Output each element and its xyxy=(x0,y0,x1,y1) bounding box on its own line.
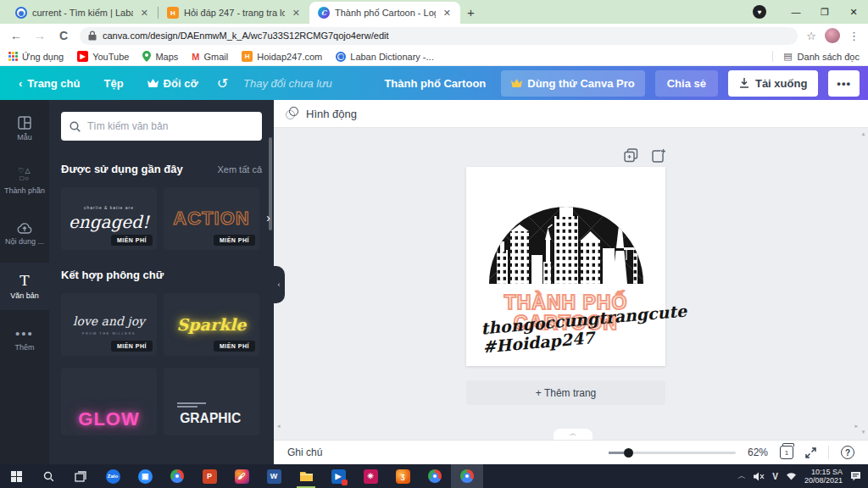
browser-tab-2[interactable]: H Hỏi đáp 247 - trang tra loi ✕ xyxy=(159,2,309,24)
undo-button[interactable]: ↺ xyxy=(212,70,233,97)
template-card-graphic[interactable]: GRAPHIC xyxy=(164,368,259,435)
taskbar-powerpoint[interactable]: P xyxy=(193,464,225,488)
unikey-icon[interactable]: V xyxy=(772,472,778,481)
panel-scrollbar[interactable] xyxy=(269,137,272,230)
vertical-scrollbar[interactable]: ▴▾ xyxy=(860,130,866,435)
zoom-slider[interactable] xyxy=(609,452,736,454)
zoom-slider-thumb[interactable] xyxy=(624,448,633,458)
taskbar-word[interactable]: W xyxy=(258,464,290,488)
share-button[interactable]: Chia sẻ xyxy=(655,70,718,97)
taskbar-pink-app[interactable]: ✳ xyxy=(354,464,387,488)
design-title[interactable]: Thành phố Cartoon xyxy=(384,77,486,90)
taskbar-search-button[interactable] xyxy=(32,464,64,488)
file-menu-button[interactable]: Tệp xyxy=(93,72,133,95)
sidebar-item-templates[interactable]: Mẫu xyxy=(0,105,49,152)
maps-pin-icon xyxy=(142,51,151,62)
wifi-icon[interactable] xyxy=(786,472,797,480)
reading-list-button[interactable]: ▤ Danh sách đọc xyxy=(772,51,860,62)
card-text: Sparkle xyxy=(177,315,247,334)
bookmark-label: Ứng dụng xyxy=(22,52,64,62)
animate-button[interactable]: Hình động xyxy=(306,108,357,120)
browser-menu-icon[interactable]: ⋮ xyxy=(849,30,860,42)
bookmark-youtube[interactable]: ▶ YouTube xyxy=(77,51,129,62)
minimize-button[interactable]: — xyxy=(782,0,810,24)
sidebar-item-text[interactable]: T Văn bản xyxy=(0,263,49,310)
close-button[interactable]: ✕ xyxy=(839,0,868,24)
design-page[interactable]: THÀNH PHỐ CARTOON thongoccungtrangcute #… xyxy=(466,167,665,366)
hoidap-icon: H xyxy=(242,51,253,62)
start-button[interactable] xyxy=(0,464,32,488)
download-button[interactable]: Tải xuống xyxy=(728,70,818,97)
see-all-link[interactable]: Xem tất cả xyxy=(217,164,262,175)
tab-close-icon[interactable]: ✕ xyxy=(138,7,151,19)
avatar[interactable] xyxy=(825,28,840,43)
notifications-icon[interactable] xyxy=(850,471,861,481)
bookmark-gmail[interactable]: M Gmail xyxy=(192,52,228,62)
scroll-right-arrow[interactable]: ▸ xyxy=(854,423,858,430)
taskbar-zoom[interactable]: ▣ xyxy=(129,464,161,488)
bookmark-apps[interactable]: Ứng dụng xyxy=(8,52,64,62)
template-card-action[interactable]: ACTION MIỄN PHÍ xyxy=(164,187,259,250)
taskbar-video-converter[interactable]: ▶ xyxy=(322,464,354,488)
free-badge: MIỄN PHÍ xyxy=(111,235,153,246)
duplicate-page-icon[interactable] xyxy=(624,148,638,163)
search-box[interactable] xyxy=(61,112,262,141)
url-box[interactable]: canva.com/design/DAEnmwM_k_A/wc7u33S12RC… xyxy=(80,27,798,45)
sidebar-item-uploads[interactable]: Nội dung ... xyxy=(0,210,49,258)
sidebar-item-more[interactable]: ••• Thêm xyxy=(0,315,49,363)
taskbar-browser[interactable] xyxy=(161,464,193,488)
taskbar-paint3d[interactable]: 🖌 xyxy=(225,464,258,488)
new-tab-button[interactable]: + xyxy=(467,5,475,19)
hidden-icons-chevron[interactable]: ︿ xyxy=(737,470,746,482)
browser-tab-3-active[interactable]: C Thành phố Cartoon - Logo ✕ xyxy=(309,2,460,24)
header-more-button[interactable]: ••• xyxy=(828,70,860,97)
tab-close-icon[interactable]: ✕ xyxy=(290,7,303,19)
forward-icon[interactable]: → xyxy=(32,29,47,42)
timeline-collapse-button[interactable]: ︿ xyxy=(554,429,593,440)
back-icon[interactable]: ← xyxy=(8,29,24,42)
volume-muted-icon[interactable] xyxy=(754,472,765,481)
scroll-down-arrow[interactable]: ▾ xyxy=(862,429,865,435)
horizontal-scrollbar[interactable]: ◂▸ xyxy=(277,423,858,429)
home-button[interactable]: ‹ Trang chủ xyxy=(8,72,90,95)
sidebar-item-elements[interactable]: ♡△□○ Thành phần xyxy=(0,158,49,205)
fullscreen-icon[interactable] xyxy=(805,447,816,458)
clock[interactable]: 10:15 SA 20/08/2021 xyxy=(804,468,843,485)
apps-grid-icon xyxy=(8,52,18,61)
help-button[interactable]: ? xyxy=(841,446,854,459)
taskbar-chrome-2[interactable] xyxy=(419,464,451,488)
template-card-sparkle[interactable]: Sparkle MIỄN PHÍ xyxy=(164,293,259,356)
taskbar-firefox[interactable]: ʒ xyxy=(387,464,419,488)
scroll-left-arrow[interactable]: ◂ xyxy=(277,423,281,430)
add-page-icon[interactable] xyxy=(652,148,666,163)
download-icon xyxy=(739,78,749,89)
windows-logo-icon xyxy=(11,471,22,482)
bookmark-maps[interactable]: Maps xyxy=(142,51,178,62)
crown-icon xyxy=(511,79,522,87)
template-card-love-and-joy[interactable]: love and joy FROM THE MILLERS MIỄN PHÍ xyxy=(61,293,157,356)
reload-icon[interactable]: C xyxy=(56,29,71,42)
profile-icon[interactable]: ♥ xyxy=(753,5,766,19)
bookmark-laban[interactable]: ◉ Laban Dictionary -... xyxy=(336,52,433,62)
try-canva-pro-button[interactable]: Dùng thử Canva Pro xyxy=(501,70,644,97)
resize-button[interactable]: Đổi cỡ xyxy=(137,72,209,95)
template-card-glow[interactable]: GLOW xyxy=(61,368,157,435)
scroll-up-arrow[interactable]: ▴ xyxy=(862,130,865,137)
crown-icon xyxy=(147,79,159,87)
add-page-button[interactable]: + Thêm trang xyxy=(466,380,665,405)
tab-close-icon[interactable]: ✕ xyxy=(441,7,453,19)
taskbar-file-explorer[interactable] xyxy=(290,464,322,488)
maximize-button[interactable]: ❐ xyxy=(810,0,839,24)
bookmark-hoidap247[interactable]: H Hoidap247.com xyxy=(242,51,322,62)
panel-collapse-button[interactable]: ‹ xyxy=(273,266,285,303)
pages-view-button[interactable]: 1 xyxy=(780,446,793,459)
page-count: 1 xyxy=(785,449,788,457)
search-input[interactable] xyxy=(87,120,253,132)
browser-tab-1[interactable]: ◉ current - Tìm kiếm | Laban Dictio ✕ xyxy=(7,2,158,24)
taskbar-zalo[interactable]: Zalo xyxy=(97,464,129,488)
task-view-button[interactable] xyxy=(64,464,97,488)
taskbar-chrome-active[interactable] xyxy=(451,464,483,488)
template-card-engaged[interactable]: charlie & katie are engaged! MIỄN PHÍ xyxy=(61,187,157,250)
notes-button[interactable]: Ghi chú xyxy=(287,446,322,458)
bookmark-star-icon[interactable]: ☆ xyxy=(806,30,816,42)
